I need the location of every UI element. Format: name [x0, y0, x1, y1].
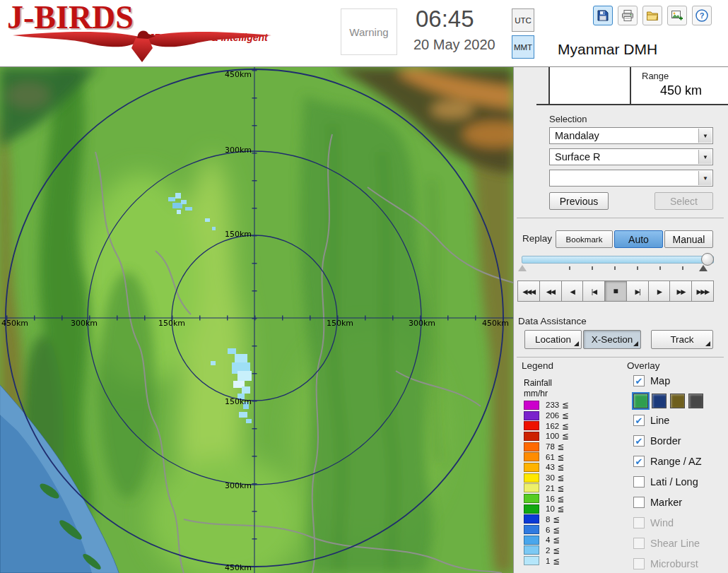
- option-select[interactable]: ▼: [549, 170, 713, 187]
- checkbox[interactable]: [633, 456, 645, 467]
- forward-to-end-button[interactable]: ▶▶▶: [691, 280, 714, 302]
- legend-entry: 8≦: [524, 514, 569, 525]
- legend-entry: 6≦: [524, 524, 569, 535]
- previous-button[interactable]: Previous: [549, 192, 609, 210]
- legend-label: Legend: [522, 360, 553, 371]
- legend-unit-line2: mm/hr: [524, 389, 548, 398]
- checkbox[interactable]: [633, 375, 645, 386]
- product-select[interactable]: Surface R ▼: [549, 148, 713, 165]
- legend-entry: 233≦: [524, 400, 569, 410]
- timeline-tick: [614, 266, 616, 270]
- legend-entry: 4≦: [524, 535, 569, 545]
- legend-entry: 78≦: [524, 442, 569, 452]
- legend-color-chip: [524, 411, 539, 420]
- station-name: Myanmar DMH: [558, 41, 657, 58]
- legend-color-chip: [524, 504, 539, 514]
- checkbox[interactable]: [633, 435, 645, 447]
- bookmark-button[interactable]: Bookmark: [556, 230, 613, 248]
- selection-label: Selection: [549, 114, 587, 124]
- map-style-olive[interactable]: [670, 394, 685, 408]
- export-image-button[interactable]: [667, 6, 687, 25]
- map-style-green[interactable]: [633, 394, 648, 408]
- open-folder-button[interactable]: [642, 6, 662, 25]
- timezone-utc-button[interactable]: UTC: [512, 8, 534, 32]
- legend-entry: 61≦: [524, 451, 569, 462]
- svg-text:?: ?: [700, 11, 705, 20]
- step-back-button[interactable]: |◀: [582, 280, 605, 302]
- radar-map[interactable]: 450km 300km 150km 150km 300km 450km 450k…: [0, 67, 513, 573]
- help-button[interactable]: ?: [692, 6, 712, 25]
- header-bar: J-BIRDS JRC-Brilliant & Intelligent Rada…: [0, 0, 728, 67]
- legend-color-chip: [524, 536, 539, 545]
- overlay-item-range-az: Range / AZ: [633, 456, 702, 467]
- checkbox: [633, 538, 645, 549]
- print-button[interactable]: [618, 6, 638, 25]
- svg-text:450km: 450km: [1, 319, 28, 328]
- legend-color-chip: [524, 432, 539, 441]
- timeline-start-marker: [518, 265, 527, 271]
- legend-entry: 1≦: [524, 555, 569, 566]
- svg-text:150km: 150km: [327, 319, 353, 328]
- station-select[interactable]: Mandalay ▼: [549, 127, 713, 144]
- svg-text:450km: 450km: [225, 70, 252, 79]
- legend-unit-line1: Rainfall: [524, 378, 552, 388]
- overlay-item-line: Line: [633, 415, 669, 426]
- chevron-down-icon[interactable]: ▼: [698, 129, 712, 143]
- range-divider: [630, 67, 631, 105]
- rewind-to-start-button[interactable]: ◀◀◀: [517, 280, 540, 302]
- fast-forward-button[interactable]: ▶▶: [669, 280, 692, 302]
- export-image-icon: [670, 8, 684, 23]
- print-icon: [621, 8, 635, 23]
- svg-text:300km: 300km: [409, 319, 435, 328]
- auto-mode-button[interactable]: Auto: [614, 230, 663, 248]
- warning-indicator: Warning: [341, 8, 397, 55]
- station-select-value: Mandalay: [555, 130, 599, 141]
- timeline-tick: [659, 266, 661, 270]
- svg-text:300km: 300km: [71, 319, 98, 328]
- svg-text:150km: 150km: [225, 397, 252, 406]
- step-forward-button[interactable]: ▶|: [626, 280, 649, 302]
- manual-mode-button[interactable]: Manual: [664, 230, 713, 248]
- map-style-swatches: [633, 394, 703, 408]
- play-button[interactable]: ▶: [648, 280, 671, 302]
- map-style-gray[interactable]: [688, 394, 703, 408]
- legend-entry: 162≦: [524, 420, 569, 431]
- svg-text:150km: 150km: [225, 230, 252, 239]
- track-button[interactable]: Track: [651, 330, 713, 349]
- map-style-navy[interactable]: [652, 394, 667, 408]
- reverse-play-button[interactable]: ◀: [561, 280, 584, 302]
- svg-text:450km: 450km: [482, 319, 509, 328]
- location-button[interactable]: Location: [524, 330, 582, 349]
- legend-color-chip: [524, 525, 539, 534]
- checkbox[interactable]: [633, 497, 645, 508]
- timeline-position-marker[interactable]: [699, 265, 708, 271]
- chevron-down-icon[interactable]: ▼: [698, 171, 712, 185]
- select-button: Select: [654, 192, 713, 210]
- legend-color-chip: [524, 473, 539, 483]
- overlay-item-microburst: Microburst: [633, 558, 698, 569]
- playback-controls: ◀◀◀ ◀◀ ◀ |◀ ■ ▶| ▶ ▶▶ ▶▶▶: [517, 280, 714, 302]
- timezone-mmt-button[interactable]: MMT: [512, 35, 534, 59]
- overlay-item-marker: Marker: [633, 497, 682, 508]
- timeline-tick: [682, 266, 683, 270]
- legend-color-chip: [524, 545, 539, 555]
- separator: [517, 218, 724, 218]
- x-section-button[interactable]: X-Section: [583, 330, 641, 349]
- chevron-down-icon[interactable]: ▼: [698, 150, 712, 164]
- legend-entry: 43≦: [524, 462, 569, 473]
- checkbox[interactable]: [633, 415, 645, 426]
- open-folder-icon: [645, 8, 659, 23]
- range-underline: [536, 104, 728, 105]
- checkbox[interactable]: [633, 476, 645, 488]
- range-value: 450 km: [660, 83, 702, 98]
- timeline-tick: [592, 266, 593, 270]
- replay-timeline-track[interactable]: [522, 256, 714, 264]
- data-assistance-label: Data Assistance: [518, 316, 587, 326]
- legend-entry: 30≦: [524, 473, 569, 483]
- legend-color-chip: [524, 556, 539, 565]
- replay-timeline-thumb[interactable]: [701, 253, 714, 266]
- save-button[interactable]: [593, 6, 613, 25]
- fast-rewind-button[interactable]: ◀◀: [539, 280, 562, 302]
- eagle-logo-icon: [6, 30, 276, 65]
- stop-button[interactable]: ■: [604, 280, 627, 302]
